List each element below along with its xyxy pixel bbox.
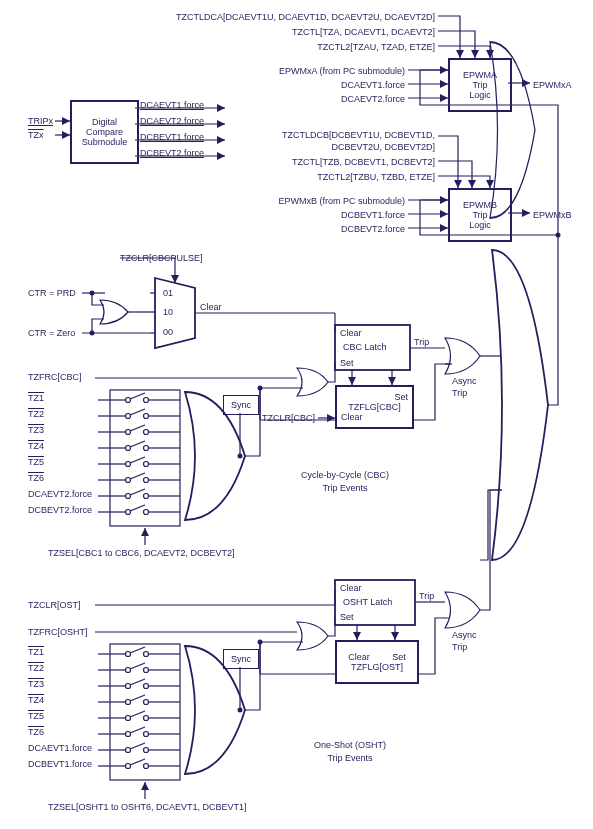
svg-big-or-out bbox=[0, 0, 593, 829]
svg-point-71 bbox=[556, 233, 561, 238]
